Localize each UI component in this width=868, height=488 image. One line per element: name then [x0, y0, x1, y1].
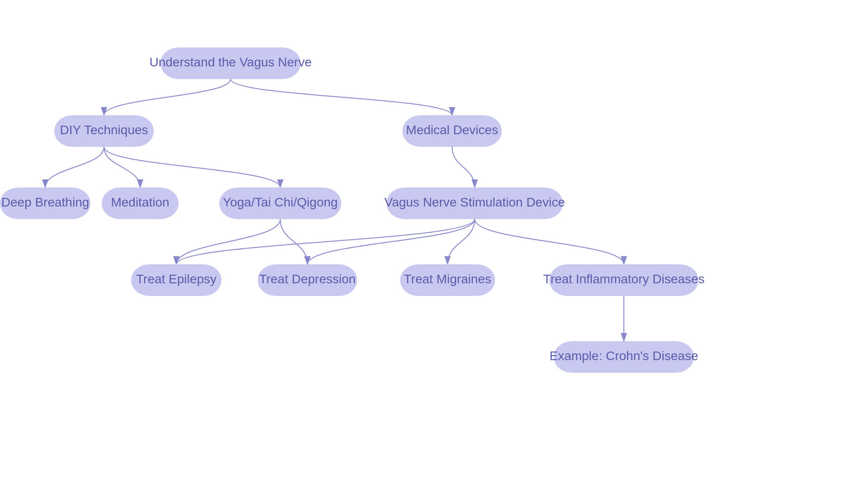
edge-vns-depression: [307, 219, 475, 264]
node-depression[interactable]: Treat Depression: [258, 264, 357, 296]
node-label-yoga: Yoga/Tai Chi/Qigong: [223, 195, 338, 209]
edge-vns-migraines: [448, 219, 475, 264]
node-label-epilepsy: Treat Epilepsy: [136, 272, 217, 286]
node-label-migraines: Treat Migraines: [404, 272, 491, 286]
node-label-crohns: Example: Crohn's Disease: [549, 349, 698, 363]
node-label-deep_breathing: Deep Breathing: [1, 195, 90, 209]
node-label-medical: Medical Devices: [406, 123, 498, 137]
edge-medical-vns: [452, 147, 475, 188]
node-label-vns: Vagus Nerve Stimulation Device: [384, 195, 565, 209]
node-vns[interactable]: Vagus Nerve Stimulation Device: [384, 188, 565, 219]
node-epilepsy[interactable]: Treat Epilepsy: [131, 264, 222, 296]
edge-diy-yoga: [104, 147, 280, 188]
node-medical[interactable]: Medical Devices: [402, 115, 502, 147]
node-meditation[interactable]: Meditation: [102, 188, 179, 219]
node-diy[interactable]: DIY Techniques: [54, 115, 154, 147]
mind-map: Understand the Vagus NerveDIY Techniques…: [0, 0, 868, 488]
node-migraines[interactable]: Treat Migraines: [400, 264, 495, 296]
node-yoga[interactable]: Yoga/Tai Chi/Qigong: [219, 188, 341, 219]
node-label-inflammatory: Treat Inflammatory Diseases: [543, 272, 705, 286]
edge-root-medical: [231, 79, 452, 115]
edge-vns-inflammatory: [475, 219, 624, 264]
edge-vns-epilepsy: [176, 219, 475, 264]
edge-yoga-depression: [280, 219, 307, 264]
node-label-depression: Treat Depression: [259, 272, 356, 286]
node-root[interactable]: Understand the Vagus Nerve: [149, 47, 311, 79]
node-crohns[interactable]: Example: Crohn's Disease: [549, 341, 698, 373]
edge-yoga-epilepsy: [176, 219, 280, 264]
edge-diy-deep_breathing: [45, 147, 104, 188]
edge-root-diy: [104, 79, 231, 115]
node-label-diy: DIY Techniques: [60, 123, 148, 137]
node-deep_breathing[interactable]: Deep Breathing: [0, 188, 90, 219]
node-inflammatory[interactable]: Treat Inflammatory Diseases: [543, 264, 705, 296]
node-label-root: Understand the Vagus Nerve: [149, 55, 311, 69]
node-label-meditation: Meditation: [111, 195, 169, 209]
